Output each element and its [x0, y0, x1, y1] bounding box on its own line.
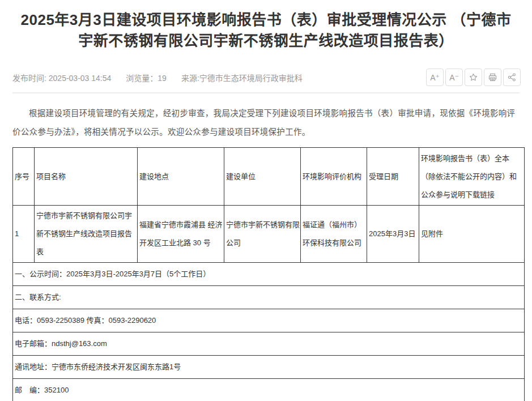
view-count: 浏览量：19	[126, 72, 167, 83]
source: 来源:宁德市生态环境局行政审批科	[181, 72, 303, 83]
approval-table: 序号 项目名称 建设地点 建设单位 环境影响评价机构 受理日期 环境影响报告书（…	[12, 147, 525, 401]
meta-info: 发布时间: 2025-03-03 14:54 浏览量：19 来源:宁德市生态环境…	[12, 72, 303, 83]
page-title: 2025年3月3日建设项目环境影响报告书（表）审批受理情况公示 （宁德市宇新不锈…	[18, 10, 514, 52]
cell-eia-agency: 福证通（福州市）环保科技有限公司	[301, 206, 367, 263]
cell-accept-date: 2025年3月3日	[367, 206, 419, 263]
intro-paragraph: 根据建设项目环境管理的有关规定，经初步审查，我局决定受理下列建设项目环境影响报告…	[12, 104, 520, 142]
col-header-download-link: 环境影响报告书（表）全本 （除依法不能公开的内容）和 公众参与说明下载链接	[419, 148, 525, 206]
font-increase-label: A⁺	[430, 73, 440, 82]
share-button[interactable]	[503, 69, 521, 86]
table-header-row: 序号 项目名称 建设地点 建设单位 环境影响评价机构 受理日期 环境影响报告书（…	[13, 148, 525, 206]
cell-location: 福建省宁德市霞浦县 经济开发区工业北路 30 号	[138, 206, 224, 263]
col-header-eia-agency: 环境影响评价机构	[301, 148, 367, 206]
announcement-page: 2025年3月3日建设项目环境影响报告书（表）审批受理情况公示 （宁德市宇新不锈…	[0, 0, 532, 401]
email-text: 电子邮箱：ndsthj@163.com	[13, 332, 525, 356]
cell-builder: 宁德市宇新不锈钢有限公司	[224, 206, 301, 263]
cell-project-name: 宁德市宇新不锈钢有限公司宇新不锈钢生产线改造项目报告表	[35, 206, 138, 263]
font-decrease-button[interactable]: A⁻	[445, 69, 463, 86]
star-icon	[469, 72, 478, 82]
notice-row-publicity-period: 一、公示时间：2025年3月3日-2025年3月7日（5个工作日）	[13, 263, 525, 286]
notice-row-email: 电子邮箱：ndsthj@163.com	[13, 332, 525, 356]
col-header-builder: 建设单位	[224, 148, 301, 206]
printer-icon	[488, 72, 497, 82]
col-header-accept-date: 受理日期	[367, 148, 419, 206]
notice-row-postcode: 邮 编：352100	[13, 379, 525, 401]
cell-index: 1	[13, 206, 35, 263]
print-button[interactable]	[484, 69, 501, 86]
publicity-period-text: 一、公示时间：2025年3月3日-2025年3月7日（5个工作日）	[13, 263, 525, 286]
col-header-location: 建设地点	[138, 148, 224, 206]
toolbar: A⁺ A⁻	[426, 69, 521, 86]
divider	[12, 92, 520, 93]
notice-row-address: 通讯地址：宁德市东侨经济技术开发区闽东东路1号	[13, 356, 525, 379]
cell-attachment-link[interactable]: 见附件	[419, 206, 525, 263]
font-decrease-label: A⁻	[449, 73, 459, 82]
contact-heading-text: 二、联系方式:	[13, 286, 525, 309]
favorite-button[interactable]	[465, 69, 482, 86]
table-row: 1 宁德市宇新不锈钢有限公司宇新不锈钢生产线改造项目报告表 福建省宁德市霞浦县 …	[13, 206, 525, 263]
notice-row-contact-heading: 二、联系方式:	[13, 286, 525, 309]
notice-row-phone-fax: 电话：0593-2250389 传真：0593-2290620	[13, 309, 525, 332]
col-header-project-name: 项目名称	[35, 148, 138, 206]
meta-bar: 发布时间: 2025-03-03 14:54 浏览量：19 来源:宁德市生态环境…	[12, 69, 521, 86]
publish-time: 发布时间: 2025-03-03 14:54	[12, 72, 111, 83]
address-text: 通讯地址：宁德市东侨经济技术开发区闽东东路1号	[13, 356, 525, 379]
font-increase-button[interactable]: A⁺	[426, 69, 444, 86]
share-icon	[507, 72, 517, 82]
postcode-text: 邮 编：352100	[13, 379, 525, 401]
phone-fax-text: 电话：0593-2250389 传真：0593-2290620	[13, 309, 525, 332]
col-header-index: 序号	[13, 148, 35, 206]
